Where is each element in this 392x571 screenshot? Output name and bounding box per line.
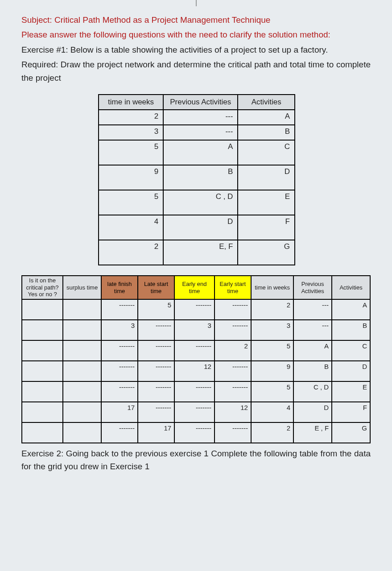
schedule-cell: -------: [215, 381, 251, 402]
schedule-table: Is it on the critical path? Yes or no ? …: [21, 275, 371, 443]
schedule-cell: A: [332, 299, 370, 320]
schedule-cell: -------: [101, 381, 138, 402]
schedule-cell: 12: [215, 402, 251, 422]
schedule-cell: [22, 299, 63, 320]
schedule-cell: ---: [293, 299, 332, 320]
schedule-row: 3-------3-------3---B: [22, 320, 370, 340]
schedule-cell: 4: [251, 402, 293, 422]
instruction-line: Please answer the following questions wi…: [21, 28, 371, 41]
h-early-end: Early end time: [174, 276, 215, 299]
schedule-cell: -------: [101, 299, 138, 320]
activities-table: time in weeks Previous Activities Activi…: [98, 94, 295, 265]
activities-row: 2---A: [99, 110, 295, 125]
schedule-cell: [63, 320, 101, 340]
schedule-table-wrap: Is it on the critical path? Yes or no ? …: [21, 275, 371, 443]
schedule-cell: -------: [138, 381, 174, 402]
schedule-cell: 17: [101, 402, 138, 422]
schedule-cell: [63, 299, 101, 320]
activities-cell: G: [238, 240, 295, 265]
schedule-cell: E: [332, 381, 370, 402]
schedule-cell: ---: [293, 320, 332, 340]
activities-cell: B: [163, 165, 238, 190]
schedule-row: ---------------------25AC: [22, 340, 370, 361]
schedule-cell: 17: [138, 422, 174, 443]
activities-cell: B: [238, 125, 295, 140]
schedule-cell: -------: [138, 320, 174, 340]
activities-cell: ---: [163, 110, 238, 125]
schedule-cell: A: [293, 340, 332, 361]
activities-cell: D: [238, 165, 295, 190]
activities-cell: E: [238, 190, 295, 215]
activities-cell: A: [238, 110, 295, 125]
schedule-cell: -------: [138, 361, 174, 381]
schedule-cell: B: [293, 361, 332, 381]
activities-row: 2E, FG: [99, 240, 295, 265]
schedule-cell: -------: [215, 299, 251, 320]
schedule-cell: [63, 422, 101, 443]
schedule-cell: 2: [215, 340, 251, 361]
schedule-cell: [22, 402, 63, 422]
schedule-cell: D: [332, 361, 370, 381]
schedule-cell: [22, 361, 63, 381]
schedule-cell: D: [293, 402, 332, 422]
activities-cell: D: [163, 215, 238, 240]
h-early-start: Early start time: [215, 276, 251, 299]
h-late-start: Late start time: [138, 276, 174, 299]
activities-cell: 4: [99, 215, 163, 240]
schedule-cell: C: [332, 340, 370, 361]
schedule-cell: 5: [138, 299, 174, 320]
schedule-row: -------5--------------2---A: [22, 299, 370, 320]
h-weeks: time in weeks: [251, 276, 293, 299]
schedule-cell: F: [332, 402, 370, 422]
schedule-cell: 3: [101, 320, 138, 340]
schedule-cell: [22, 381, 63, 402]
schedule-cell: -------: [101, 422, 138, 443]
schedule-cell: [63, 340, 101, 361]
activities-cell: 2: [99, 110, 163, 125]
activities-cell: 5: [99, 190, 163, 215]
schedule-cell: -------: [215, 422, 251, 443]
col-time-header: time in weeks: [99, 95, 163, 110]
schedule-cell: -------: [215, 361, 251, 381]
activities-row: 3---B: [99, 125, 295, 140]
schedule-cell: 3: [174, 320, 215, 340]
schedule-cell: [63, 381, 101, 402]
activities-cell: C , D: [163, 190, 238, 215]
schedule-cell: E , F: [293, 422, 332, 443]
schedule-cell: -------: [174, 381, 215, 402]
schedule-cell: 2: [251, 422, 293, 443]
schedule-cell: -------: [174, 299, 215, 320]
schedule-cell: 3: [251, 320, 293, 340]
schedule-cell: -------: [174, 422, 215, 443]
subject-line: Subject: Critical Path Method as a Proje…: [21, 13, 371, 26]
h-critical: Is it on the critical path? Yes or no ?: [22, 276, 63, 299]
activities-cell: C: [238, 140, 295, 165]
schedule-cell: -------: [138, 402, 174, 422]
schedule-cell: 12: [174, 361, 215, 381]
schedule-cell: 5: [251, 340, 293, 361]
activities-cell: 3: [99, 125, 163, 140]
col-activities-header: Activities: [238, 95, 295, 110]
activities-row: 4DF: [99, 215, 295, 240]
schedule-cell: [22, 340, 63, 361]
schedule-row: ----------------------------5C , DE: [22, 381, 370, 402]
schedule-cell: 5: [251, 381, 293, 402]
schedule-cell: [22, 320, 63, 340]
schedule-table-header-row: Is it on the critical path? Yes or no ? …: [22, 276, 370, 299]
schedule-cell: -------: [174, 340, 215, 361]
activities-cell: F: [238, 215, 295, 240]
h-activities: Activities: [332, 276, 370, 299]
h-surplus: surplus time: [63, 276, 101, 299]
activities-cell: A: [163, 140, 238, 165]
schedule-cell: B: [332, 320, 370, 340]
h-prev: Previous Activities: [293, 276, 332, 299]
schedule-cell: -------: [101, 340, 138, 361]
activities-table-wrap: time in weeks Previous Activities Activi…: [98, 94, 295, 265]
exercise1-line: Exercise #1: Below is a table showing th…: [21, 43, 371, 56]
schedule-row: 17--------------124DF: [22, 402, 370, 422]
exercise2-line: Exercise 2: Going back to the previous e…: [21, 447, 371, 473]
schedule-cell: [63, 402, 101, 422]
schedule-cell: [63, 361, 101, 381]
activities-table-header-row: time in weeks Previous Activities Activi…: [99, 95, 295, 110]
schedule-cell: -------: [215, 320, 251, 340]
